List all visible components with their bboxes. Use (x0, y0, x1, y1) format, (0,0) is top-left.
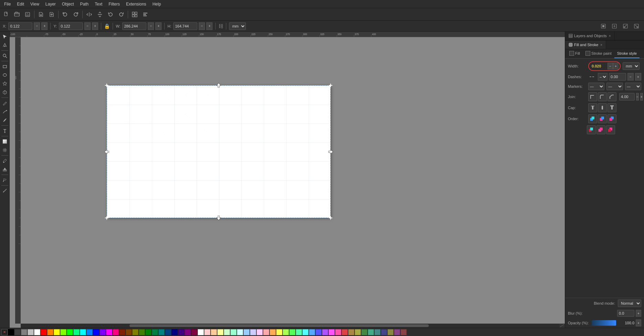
palette-swatch-19[interactable] (132, 329, 138, 335)
circle-tool[interactable] (1, 71, 9, 79)
y-input[interactable] (59, 22, 83, 30)
gradient-tool[interactable] (1, 137, 9, 146)
menu-path[interactable]: Path (77, 1, 92, 7)
handle-mr[interactable] (328, 150, 333, 154)
lock-aspect-icon[interactable]: ⛓ (218, 23, 223, 29)
dashes-value-input[interactable] (609, 73, 626, 81)
spray-tool[interactable] (1, 176, 9, 184)
palette-swatch-24[interactable] (165, 329, 171, 335)
join-plus-btn[interactable]: + (640, 93, 643, 101)
palette-swatch-2[interactable] (21, 329, 27, 335)
palette-swatch-47[interactable] (315, 329, 322, 335)
join-value-input[interactable] (619, 93, 635, 101)
order-paint-btn-2[interactable] (598, 114, 607, 123)
palette-swatch-34[interactable] (230, 329, 237, 335)
palette-swatch-23[interactable] (158, 329, 165, 335)
menu-file[interactable]: File (1, 1, 13, 7)
palette-swatch-43[interactable] (289, 329, 295, 335)
palette-swatch-21[interactable] (145, 329, 152, 335)
join-bevel-btn[interactable] (607, 92, 616, 101)
palette-swatch-22[interactable] (152, 329, 158, 335)
palette-swatch-55[interactable] (368, 329, 374, 335)
w-input[interactable] (122, 22, 146, 30)
h-minus-btn[interactable]: − (199, 22, 205, 30)
palette-swatch-6[interactable] (47, 329, 53, 335)
palette-swatch-37[interactable] (250, 329, 256, 335)
width-plus-btn[interactable]: + (613, 63, 619, 70)
palette-swatch-18[interactable] (126, 329, 132, 335)
measure-tool[interactable] (1, 187, 9, 195)
palette-swatch-0[interactable] (8, 329, 14, 335)
canvas-area[interactable]: -100 -75 -50 -25 0 25 50 75 100 125 150 … (10, 32, 565, 328)
zoom-tool[interactable] (1, 52, 9, 60)
dashes-style-select[interactable]: — (598, 73, 607, 81)
transform-1-btn[interactable] (599, 21, 608, 31)
palette-swatch-12[interactable] (86, 329, 93, 335)
palette-swatch-7[interactable] (54, 329, 60, 335)
opacity-plus-btn[interactable]: + (636, 319, 641, 326)
palette-swatch-3[interactable] (28, 329, 34, 335)
palette-swatch-57[interactable] (381, 329, 387, 335)
transform-4-btn[interactable] (632, 21, 641, 31)
flip-v-button[interactable] (95, 10, 105, 19)
palette-swatch-48[interactable] (322, 329, 328, 335)
width-unit-select[interactable]: mmpx (623, 62, 640, 70)
fill-stroke-tab-close[interactable]: × (600, 43, 602, 47)
palette-swatch-41[interactable] (276, 329, 282, 335)
undo-button[interactable] (60, 10, 70, 19)
menu-object[interactable]: Object (59, 1, 77, 7)
dashes-minus-btn[interactable]: − (627, 73, 634, 81)
pen-tool[interactable] (1, 107, 9, 116)
palette-swatch-13[interactable] (93, 329, 99, 335)
blend-mode-select[interactable]: Normal Multiply Screen Overlay (618, 300, 641, 307)
palette-swatch-30[interactable] (204, 329, 210, 335)
palette-swatch-36[interactable] (243, 329, 250, 335)
align-button[interactable] (141, 10, 150, 19)
palette-swatch-35[interactable] (237, 329, 243, 335)
x-minus-btn[interactable]: − (34, 22, 40, 30)
h-input[interactable] (173, 22, 197, 30)
3d-box-tool[interactable] (1, 88, 9, 96)
import-button[interactable] (36, 10, 46, 19)
pencil-tool[interactable] (1, 99, 9, 107)
palette-swatch-40[interactable] (270, 329, 276, 335)
export-button[interactable] (47, 10, 56, 19)
redo-button[interactable] (71, 10, 81, 19)
order-paint-btn-6[interactable] (606, 125, 615, 134)
handle-ml[interactable] (104, 150, 109, 154)
palette-swatch-56[interactable] (374, 329, 381, 335)
blur-plus-btn[interactable]: + (636, 310, 641, 317)
palette-swatch-28[interactable] (191, 329, 197, 335)
menu-layer[interactable]: Layer (43, 1, 59, 7)
lock-icon[interactable]: 🔒 (104, 23, 110, 29)
x-plus-btn[interactable]: + (41, 22, 48, 30)
palette-swatch-33[interactable] (224, 329, 230, 335)
handle-tm[interactable] (217, 83, 221, 88)
palette-swatch-31[interactable] (211, 329, 217, 335)
w-plus-btn[interactable]: + (155, 22, 162, 30)
menu-view[interactable]: View (28, 1, 42, 7)
blur-input[interactable] (617, 310, 634, 317)
palette-swatch-10[interactable] (73, 329, 80, 335)
palette-swatch-29[interactable] (198, 329, 204, 335)
menu-edit[interactable]: Edit (14, 1, 27, 7)
no-fill-swatch[interactable]: ✕ (1, 329, 8, 335)
palette-swatch-20[interactable] (139, 329, 145, 335)
menu-extensions[interactable]: Extensions (123, 1, 149, 7)
node-tool[interactable] (1, 41, 9, 49)
canvas-content[interactable]: -25 (15, 37, 565, 328)
order-paint-btn-4[interactable] (587, 125, 596, 134)
palette-swatch-60[interactable] (401, 329, 407, 335)
calligraphy-tool[interactable] (1, 116, 9, 124)
rotate-ccw-button[interactable] (106, 10, 115, 19)
join-miter-btn[interactable] (588, 92, 597, 101)
dashes-plus-btn[interactable]: + (635, 73, 641, 81)
join-minus-btn[interactable]: − (636, 93, 639, 101)
palette-swatch-11[interactable] (80, 329, 86, 335)
y-plus-btn[interactable]: + (92, 22, 98, 30)
handle-bm[interactable] (217, 216, 221, 220)
open-button[interactable] (12, 10, 22, 19)
tab-layers-objects[interactable]: Layers and Objects × (565, 32, 615, 40)
star-tool[interactable] (1, 80, 9, 88)
palette-swatch-27[interactable] (185, 329, 191, 335)
